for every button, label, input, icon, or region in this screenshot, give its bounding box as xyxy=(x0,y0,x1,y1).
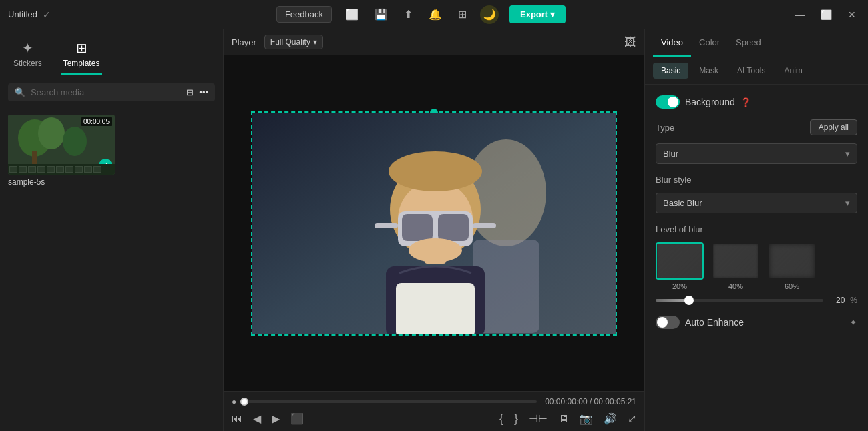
player-viewport xyxy=(224,55,644,391)
blur-slider-thumb[interactable] xyxy=(684,296,694,305)
background-toggle[interactable] xyxy=(656,95,680,109)
apply-all-button[interactable]: Apply all xyxy=(810,119,857,135)
quality-select[interactable]: Full Quality ▾ xyxy=(264,35,323,49)
auto-enhance-label: Auto Enhance xyxy=(685,317,744,328)
trim-icon[interactable]: ⊣⊢ xyxy=(529,412,548,425)
subtab-basic[interactable]: Basic xyxy=(653,63,688,79)
blur-preview-40 xyxy=(713,244,758,278)
media-thumbnail[interactable]: 00:00:05 ✓ xyxy=(8,115,115,175)
feedback-button[interactable]: Feedback xyxy=(276,6,332,23)
blur-option-20: 20% xyxy=(656,242,704,290)
blur-style-row: Blur style xyxy=(656,175,857,185)
blur-level-label: Level of blur xyxy=(656,224,703,234)
svg-rect-20 xyxy=(425,245,446,264)
sidebar-item-templates[interactable]: ⊞ Templates xyxy=(61,35,103,75)
close-button[interactable]: ✕ xyxy=(844,8,860,21)
blur-style-dropdown[interactable]: Basic Blur ▾ xyxy=(656,193,857,213)
monitor2-icon[interactable]: 🖥 xyxy=(558,413,569,425)
video-scene-svg xyxy=(252,113,616,334)
search-icons: ⊟ ••• xyxy=(186,87,208,97)
svg-point-19 xyxy=(389,151,482,191)
svg-rect-10 xyxy=(396,283,475,334)
titlebar-left: Untitled ✓ xyxy=(8,9,51,20)
image-export-icon[interactable]: 🖼 xyxy=(624,35,636,49)
subtab-ai-tools[interactable]: AI Tools xyxy=(729,63,773,79)
right-content: Background ❓ Type Apply all Blur ▾ Blur … xyxy=(645,85,868,431)
timeline-track[interactable] xyxy=(244,400,537,403)
mark-out-icon[interactable]: } xyxy=(514,412,518,426)
svg-rect-14 xyxy=(402,214,433,241)
step-back-icon[interactable]: ⏮ xyxy=(232,413,242,425)
type-dropdown-arrow: ▾ xyxy=(845,149,850,159)
filter-icon[interactable]: ⊟ xyxy=(186,87,194,97)
blur-pct-40: 40% xyxy=(728,282,743,290)
blur-thumb-60[interactable] xyxy=(768,242,816,280)
sidebar-item-stickers[interactable]: ✦ Stickers xyxy=(11,35,45,75)
app-title: Untitled xyxy=(8,9,37,19)
timeline-thumb[interactable] xyxy=(240,398,248,406)
screenshot-icon[interactable]: 📷 xyxy=(580,412,593,425)
type-dropdown[interactable]: Blur ▾ xyxy=(656,143,857,164)
video-frame xyxy=(251,111,617,336)
grid-icon[interactable]: ⊞ xyxy=(455,5,469,23)
blur-option-60: 60% xyxy=(768,242,816,290)
stickers-icon: ✦ xyxy=(22,40,33,56)
blur-slider-unit: % xyxy=(850,296,857,305)
maximize-button[interactable]: ⬜ xyxy=(817,8,836,21)
save-icon[interactable]: 💾 xyxy=(372,5,391,23)
video-background xyxy=(252,113,616,334)
notification-icon[interactable]: 🔔 xyxy=(426,5,445,23)
right-tabs: Video Color Speed xyxy=(645,29,868,57)
left-panel: ✦ Stickers ⊞ Templates 🔍 ⊟ ••• xyxy=(0,29,224,431)
mark-in-icon[interactable]: { xyxy=(499,412,503,426)
right-panel: Video Color Speed Basic Mask AI Tools An… xyxy=(644,29,868,431)
blur-thumb-40[interactable] xyxy=(712,242,760,280)
export-button[interactable]: Export ▾ xyxy=(509,5,566,23)
type-row: Type Apply all xyxy=(656,119,857,135)
stop-icon[interactable]: ⬛ xyxy=(290,412,304,425)
search-input[interactable] xyxy=(31,87,181,97)
svg-rect-16 xyxy=(473,223,496,228)
fullscreen-icon[interactable]: ⤢ xyxy=(628,412,636,425)
auto-enhance-star-icon: ✦ xyxy=(849,317,857,328)
left-tabs: ✦ Stickers ⊞ Templates xyxy=(0,29,223,75)
background-label: Background xyxy=(685,97,735,107)
background-info-icon[interactable]: ❓ xyxy=(740,97,751,107)
timeline-start-icon: ● xyxy=(232,397,236,406)
blur-pct-60: 60% xyxy=(785,282,799,290)
blur-level-row: Level of blur xyxy=(656,224,857,234)
search-icon: 🔍 xyxy=(15,87,25,97)
controls-bar: ● 00:00:00:00 / 00:00:05:21 ⏮ ◀ ▶ ⬛ { } xyxy=(224,391,644,431)
center-area: Player Full Quality ▾ 🖼 xyxy=(224,29,644,431)
blur-style-arrow: ▾ xyxy=(845,198,850,208)
export-arrow: ▾ xyxy=(550,9,555,19)
tab-speed[interactable]: Speed xyxy=(728,29,769,57)
subtab-anim[interactable]: Anim xyxy=(776,63,810,79)
blur-level-options: 20% 40% 60% xyxy=(656,242,857,290)
current-time: 00:00:00:00 / 00:00:05:21 xyxy=(545,397,636,406)
tab-video[interactable]: Video xyxy=(653,29,691,57)
auto-enhance-row: Auto Enhance ✦ xyxy=(656,316,857,329)
blur-style-label: Blur style xyxy=(656,175,691,185)
theme-icon[interactable]: 🌙 xyxy=(480,5,499,24)
media-filename: sample-5s xyxy=(8,177,215,187)
minimize-button[interactable]: — xyxy=(791,8,809,21)
blur-slider-value: 20 xyxy=(829,296,845,305)
play-icon[interactable]: ▶ xyxy=(272,412,280,425)
titlebar-center: Feedback ⬜ 💾 ⬆ 🔔 ⊞ 🌙 Export ▾ xyxy=(276,5,566,24)
blur-pct-20: 20% xyxy=(672,282,687,290)
type-label: Type xyxy=(656,123,674,133)
blur-thumb-20[interactable] xyxy=(656,242,704,280)
upload-icon[interactable]: ⬆ xyxy=(401,5,415,23)
templates-icon: ⊞ xyxy=(76,40,87,56)
subtab-mask[interactable]: Mask xyxy=(691,63,726,79)
type-value: Blur xyxy=(663,149,678,159)
auto-enhance-toggle[interactable] xyxy=(656,316,680,329)
more-icon[interactable]: ••• xyxy=(199,87,208,97)
frame-back-icon[interactable]: ◀ xyxy=(253,412,261,425)
svg-point-7 xyxy=(466,139,546,246)
monitor-icon[interactable]: ⬜ xyxy=(343,5,361,23)
templates-label: Templates xyxy=(63,59,100,68)
tab-color[interactable]: Color xyxy=(691,29,728,57)
volume-icon[interactable]: 🔊 xyxy=(604,412,617,425)
